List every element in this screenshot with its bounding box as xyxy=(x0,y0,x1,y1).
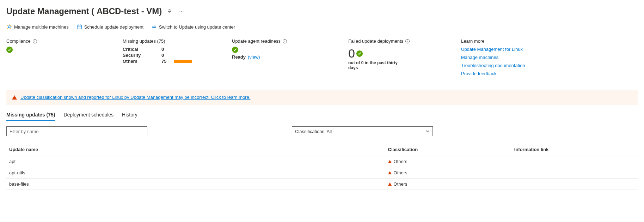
summary-cards: Compliance i Missing updates (75) Critic… xyxy=(6,38,638,79)
check-icon xyxy=(356,50,363,57)
title-prefix: Update Management ( xyxy=(6,6,97,16)
col-update-name[interactable]: Update name xyxy=(6,143,385,156)
compliance-card: Compliance i xyxy=(6,38,112,79)
learn-more-link[interactable]: Manage machines xyxy=(461,55,553,60)
tab-deployment-schedules[interactable]: Deployment schedules xyxy=(63,112,114,121)
cell-information-link xyxy=(511,156,638,167)
warning-icon xyxy=(12,95,17,100)
tab-history[interactable]: History xyxy=(122,112,137,121)
manage-machines-button[interactable]: Manage multiple machines xyxy=(6,24,69,30)
gear-icon xyxy=(6,24,12,30)
svg-rect-4 xyxy=(77,25,81,29)
manage-machines-label: Manage multiple machines xyxy=(14,24,69,30)
agent-ready-text: Ready xyxy=(232,54,246,60)
tabs: Missing updates (75) Deployment schedule… xyxy=(6,112,638,121)
agent-view-link[interactable]: (view) xyxy=(248,54,260,60)
svg-point-2 xyxy=(183,11,184,12)
col-classification[interactable]: Classification xyxy=(385,143,511,156)
failed-deployments-title: Failed update deployments xyxy=(348,38,403,44)
cell-classification: Others xyxy=(385,179,511,190)
missing-row-value: 0 xyxy=(161,47,172,52)
info-icon[interactable]: i xyxy=(33,39,37,43)
missing-updates-title: Missing updates (75) xyxy=(123,38,165,44)
missing-row: Others75 xyxy=(123,59,221,64)
filters: Classifications: All xyxy=(6,126,638,136)
missing-row-value: 0 xyxy=(161,53,172,58)
info-icon[interactable]: i xyxy=(283,39,287,43)
agent-readiness-card: Update agent readiness i Ready (view) xyxy=(232,38,338,79)
filter-by-name-input[interactable] xyxy=(6,126,147,136)
missing-row-label: Critical xyxy=(123,47,161,52)
swap-icon xyxy=(151,24,157,30)
learn-more-title: Learn more xyxy=(461,38,484,44)
table-row[interactable]: aptOthers xyxy=(6,156,638,167)
missing-updates-card: Missing updates (75) Critical0Security0O… xyxy=(123,38,221,79)
svg-point-0 xyxy=(180,11,180,12)
col-information-link[interactable]: Information link xyxy=(511,143,638,156)
check-icon xyxy=(6,47,13,53)
table-row[interactable]: base-filesOthers xyxy=(6,179,638,190)
learn-more-link[interactable]: Provide feedback xyxy=(461,71,553,76)
learn-more-link[interactable]: Troubleshooting documentation xyxy=(461,63,553,68)
switch-update-center-button[interactable]: Switch to Update using update center xyxy=(151,24,235,30)
calendar-icon xyxy=(76,24,82,30)
missing-row-label: Others xyxy=(123,59,161,64)
cell-classification: Others xyxy=(385,156,511,167)
pin-icon[interactable] xyxy=(165,7,174,16)
cell-update-name: apt xyxy=(6,156,385,167)
switch-update-center-label: Switch to Update using update center xyxy=(159,24,235,30)
missing-row-label: Security xyxy=(123,53,161,58)
tab-missing-updates[interactable]: Missing updates (75) xyxy=(6,112,55,121)
page-header: Update Management ( ABCD-test - VM) xyxy=(6,6,638,16)
cell-information-link xyxy=(511,167,638,179)
missing-row-value: 75 xyxy=(161,59,172,64)
failed-deployments-count: 0 xyxy=(348,47,355,60)
schedule-deployment-button[interactable]: Schedule update deployment xyxy=(76,24,143,30)
table-header-row: Update name Classification Information l… xyxy=(6,143,638,156)
table-row[interactable]: apt-utilsOthers xyxy=(6,167,638,179)
chevron-down-icon xyxy=(425,129,430,133)
classification-warning-banner: Update classification shown and reported… xyxy=(6,90,638,105)
page-title: Update Management ( ABCD-test - VM) xyxy=(6,6,162,16)
learn-more-link[interactable]: Update Management for Linux xyxy=(461,47,553,52)
title-account: ABCD xyxy=(97,6,121,16)
classification-warning-link[interactable]: Update classification shown and reported… xyxy=(20,95,251,100)
failed-deployments-subtext: out of 0 in the past thirty days xyxy=(348,60,405,70)
agent-readiness-title: Update agent readiness xyxy=(232,38,281,44)
cell-update-name: base-files xyxy=(6,179,385,190)
compliance-title: Compliance xyxy=(6,38,31,44)
classifications-label: Classifications: All xyxy=(295,129,332,134)
warning-icon xyxy=(388,171,392,174)
more-icon[interactable] xyxy=(177,7,186,16)
updates-table: Update name Classification Information l… xyxy=(6,143,638,190)
classifications-dropdown[interactable]: Classifications: All xyxy=(292,126,433,136)
missing-row: Critical0 xyxy=(123,47,221,52)
warning-icon xyxy=(388,160,392,163)
svg-point-1 xyxy=(181,11,182,12)
schedule-deployment-label: Schedule update deployment xyxy=(84,24,143,30)
missing-row: Security0 xyxy=(123,53,221,58)
cell-update-name: apt-utils xyxy=(6,167,385,179)
cell-classification: Others xyxy=(385,167,511,179)
svg-point-3 xyxy=(8,26,10,28)
title-suffix: -test - VM) xyxy=(121,6,162,16)
failed-deployments-card: Failed update deployments i 0 out of 0 i… xyxy=(348,38,450,79)
missing-row-bar xyxy=(174,60,192,63)
info-icon[interactable]: i xyxy=(405,39,410,43)
check-icon xyxy=(232,47,238,53)
learn-more-card: Learn more Update Management for LinuxMa… xyxy=(461,38,553,79)
cell-information-link xyxy=(511,179,638,190)
warning-icon xyxy=(388,182,392,186)
toolbar: Manage multiple machines Schedule update… xyxy=(6,23,638,34)
